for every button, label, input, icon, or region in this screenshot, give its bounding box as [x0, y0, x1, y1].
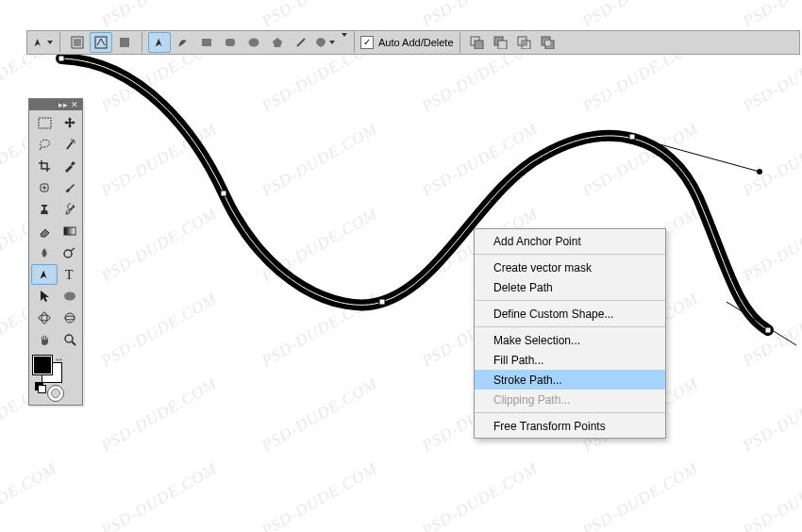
path-subtract-mode-button[interactable]	[490, 32, 512, 53]
move-tool[interactable]	[57, 112, 83, 133]
svg-rect-27	[39, 118, 51, 128]
ellipse-shape-button[interactable]	[242, 32, 265, 53]
menu-create-vector-mask[interactable]: Create vector mask	[475, 258, 665, 277]
svg-point-47	[65, 335, 73, 342]
svg-rect-2	[58, 56, 64, 61]
svg-rect-3	[221, 191, 226, 196]
palette-titlebar[interactable]: ▸▸ ✕	[29, 99, 82, 110]
menu-stroke-path[interactable]: Stroke Path...	[475, 370, 665, 390]
svg-rect-9	[74, 39, 81, 46]
crop-tool[interactable]	[31, 156, 58, 176]
shape-layers-mode-button[interactable]	[66, 32, 89, 53]
svg-marker-15	[273, 38, 282, 47]
svg-text:T: T	[65, 268, 74, 281]
blur-tool[interactable]	[31, 242, 58, 263]
checkbox-label: Auto Add/Delete	[378, 37, 454, 48]
line-shape-button[interactable]	[290, 32, 312, 53]
path-exclude-mode-button[interactable]	[537, 32, 560, 53]
svg-rect-18	[475, 41, 483, 49]
svg-line-40	[71, 248, 75, 251]
freeform-pen-tool-button[interactable]	[172, 32, 194, 53]
swap-colors-icon[interactable]: ↔	[55, 356, 63, 363]
rectangle-shape-button[interactable]	[195, 32, 218, 53]
svg-rect-13	[226, 39, 235, 46]
path-context-menu: Add Anchor Point Create vector mask Dele…	[474, 228, 666, 439]
svg-rect-4	[379, 299, 385, 305]
svg-line-48	[72, 341, 75, 345]
marquee-tool[interactable]	[31, 112, 58, 133]
svg-line-28	[67, 141, 73, 149]
path-intersect-mode-button[interactable]	[513, 32, 536, 53]
lasso-tool[interactable]	[31, 134, 58, 155]
type-tool[interactable]: T	[57, 264, 83, 285]
menu-fill-path[interactable]: Fill Path...	[475, 350, 665, 370]
rounded-rectangle-shape-button[interactable]	[219, 32, 242, 53]
menu-make-selection[interactable]: Make Selection...	[475, 330, 665, 350]
svg-rect-20	[498, 41, 507, 49]
menu-clipping-path: Clipping Path...	[475, 390, 665, 409]
svg-point-29	[73, 140, 75, 141]
svg-point-14	[249, 39, 259, 47]
svg-rect-12	[202, 39, 211, 46]
polygon-shape-button[interactable]	[266, 32, 289, 53]
svg-point-39	[64, 250, 72, 258]
paths-mode-button[interactable]	[90, 32, 112, 53]
auto-add-delete-checkbox[interactable]: Auto Add/Delete	[360, 36, 454, 49]
fill-pixels-mode-button[interactable]	[113, 32, 136, 53]
magic-wand-tool[interactable]	[57, 134, 83, 155]
shape-tool[interactable]	[57, 286, 83, 307]
checkbox-icon	[360, 36, 374, 49]
hand-tool[interactable]	[31, 329, 58, 350]
clone-stamp-tool[interactable]	[31, 199, 58, 220]
svg-rect-37	[42, 205, 47, 207]
close-icon[interactable]: ✕	[69, 101, 79, 109]
svg-point-44	[42, 312, 47, 324]
foreground-color[interactable]	[33, 356, 52, 374]
work-path	[0, 0, 802, 532]
svg-point-45	[65, 313, 75, 323]
3d-orbit-tool[interactable]	[57, 308, 83, 328]
pen-tool-preset-picker[interactable]	[31, 32, 54, 53]
svg-line-16	[297, 39, 305, 46]
custom-shape-button[interactable]	[313, 32, 336, 53]
pen-tool[interactable]	[31, 264, 58, 285]
tools-palette: ▸▸ ✕ T	[28, 98, 83, 406]
svg-rect-26	[545, 41, 550, 45]
brush-tool[interactable]	[57, 177, 83, 198]
history-brush-tool[interactable]	[57, 199, 83, 220]
svg-point-7	[757, 169, 762, 175]
zoom-tool[interactable]	[57, 329, 83, 350]
3d-rotate-tool[interactable]	[31, 308, 58, 328]
path-add-mode-button[interactable]	[466, 32, 489, 53]
options-bar: Auto Add/Delete	[26, 30, 800, 55]
color-swatches[interactable]: ↔	[29, 352, 82, 382]
geometry-options-dropdown[interactable]	[337, 32, 348, 53]
canvas-area[interactable]: PSD-DUDE.COMPSD-DUDE.COMPSD-DUDE.COMPSD-…	[0, 0, 802, 532]
svg-rect-23	[522, 41, 526, 45]
svg-point-43	[39, 315, 50, 321]
svg-point-46	[65, 316, 75, 320]
svg-rect-5	[629, 134, 635, 140]
pen-tool-button[interactable]	[148, 32, 171, 53]
healing-brush-tool[interactable]	[31, 177, 58, 198]
gradient-tool[interactable]	[57, 221, 83, 241]
dodge-tool[interactable]	[57, 242, 83, 263]
svg-line-0	[632, 137, 760, 172]
menu-define-custom-shape[interactable]: Define Custom Shape...	[475, 304, 665, 324]
eraser-tool[interactable]	[31, 221, 58, 241]
menu-delete-path[interactable]: Delete Path	[475, 277, 665, 297]
path-selection-tool[interactable]	[31, 286, 58, 307]
eyedropper-tool[interactable]	[57, 156, 83, 176]
svg-rect-38	[64, 227, 75, 235]
svg-rect-6	[765, 327, 771, 333]
svg-rect-32	[71, 161, 75, 166]
collapse-icon[interactable]: ▸▸	[58, 101, 68, 109]
svg-line-1	[727, 302, 796, 345]
svg-rect-11	[120, 38, 129, 47]
menu-free-transform-points[interactable]: Free Transform Points	[475, 416, 665, 436]
menu-add-anchor-point[interactable]: Add Anchor Point	[475, 231, 665, 251]
svg-point-42	[64, 292, 75, 301]
